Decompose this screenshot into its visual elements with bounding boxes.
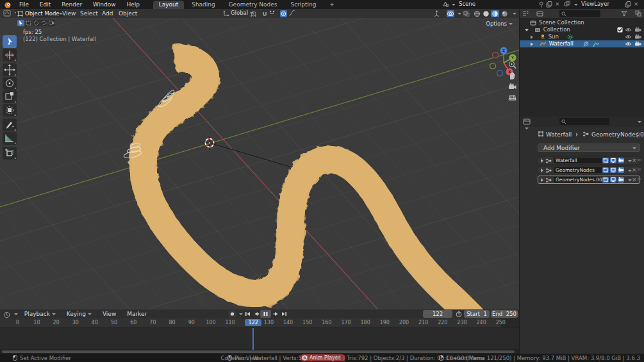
jump-to-end-button[interactable] — [281, 311, 288, 317]
scene-pin-icon[interactable] — [538, 1, 544, 8]
menu-object[interactable]: Object — [114, 9, 142, 18]
hide-eye-icon[interactable] — [625, 34, 632, 40]
jump-to-start-button[interactable] — [244, 311, 251, 317]
auto-key-record-button[interactable] — [229, 311, 236, 317]
outliner-search-input[interactable] — [559, 10, 600, 17]
timeline-editor-chevron[interactable] — [14, 313, 18, 315]
properties-search-input[interactable] — [559, 118, 609, 125]
tool-move[interactable] — [3, 63, 17, 76]
modifier-expand-arrow[interactable] — [541, 159, 543, 163]
tool-select-box[interactable] — [3, 35, 17, 48]
outliner-options-icon[interactable] — [635, 10, 641, 17]
select-lasso-button[interactable] — [40, 20, 47, 26]
add-workspace-button[interactable]: + — [324, 1, 340, 9]
modifier-drag-handle[interactable]: ≡ — [637, 157, 641, 163]
menu-keying[interactable]: Keying — [62, 309, 96, 318]
workspace-tab-shading[interactable]: Shading — [186, 1, 221, 9]
properties-options-chevron[interactable] — [638, 121, 641, 123]
menu-help[interactable]: Help — [122, 0, 144, 9]
hide-eye-icon[interactable] — [625, 27, 632, 33]
start-frame-field[interactable]: Start 1 — [464, 310, 490, 318]
modifier-name-field[interactable]: GeometryNodes.001 — [554, 177, 602, 183]
gizmo-minus-x[interactable] — [493, 53, 499, 58]
toggle-orthographic-icon[interactable] — [508, 93, 517, 103]
blender-logo-icon[interactable] — [4, 1, 12, 9]
outliner-row-collection[interactable]: Collection — [520, 26, 644, 33]
modifier-drag-handle[interactable]: ≡ — [637, 176, 641, 182]
editor-type-timeline-icon[interactable] — [3, 311, 10, 318]
shading-solid-button[interactable] — [482, 10, 490, 17]
prev-keyframe-button[interactable] — [252, 311, 260, 317]
overlays-chevron[interactable] — [458, 13, 461, 15]
timeline-tracks[interactable] — [0, 327, 519, 350]
outliner-row-scene-collection[interactable]: Scene Collection — [520, 19, 644, 26]
modifier-row-geometrynodes[interactable]: GeometryNodes×≡ — [538, 166, 640, 174]
auto-key-chevron[interactable] — [239, 313, 243, 315]
waterfall-expand-arrow[interactable] — [531, 42, 533, 46]
modifier-delete-button[interactable]: × — [632, 167, 637, 173]
select-extend-button[interactable] — [48, 20, 55, 26]
scene-icon[interactable] — [442, 1, 450, 8]
menu-edit[interactable]: Edit — [35, 0, 55, 9]
show-overlays-toggle[interactable] — [447, 10, 454, 17]
modifier-delete-button[interactable]: × — [632, 158, 637, 163]
current-frame-indicator[interactable]: 122 — [245, 319, 261, 326]
breadcrumb-object[interactable]: Waterfall — [546, 131, 572, 138]
zoom-view-icon[interactable] — [508, 60, 517, 70]
modifier-realtime-toggle[interactable] — [610, 158, 616, 163]
editor-type-3dview-icon[interactable] — [3, 10, 11, 17]
select-tweak-button[interactable] — [17, 20, 24, 26]
modifier-expand-arrow[interactable] — [541, 169, 543, 172]
tool-scale[interactable] — [3, 90, 17, 103]
collection-checkbox[interactable] — [617, 27, 623, 33]
outliner-row-waterfall-selected[interactable]: Waterfall — [520, 40, 644, 47]
menu-render[interactable]: Render — [57, 0, 87, 9]
shading-material-preview-button[interactable] — [491, 10, 499, 17]
modifier-render-toggle[interactable] — [618, 167, 624, 173]
menu-view-timeline[interactable]: View — [98, 309, 120, 318]
modifier-render-toggle[interactable] — [618, 177, 624, 183]
modifier-render-toggle[interactable] — [618, 158, 624, 163]
use-preview-range-clock-icon[interactable] — [455, 311, 463, 318]
tool-measure[interactable] — [3, 132, 17, 145]
tool-add-primitive[interactable] — [3, 147, 17, 160]
tool-annotate[interactable] — [3, 119, 17, 131]
modifier-name-field[interactable]: Waterfall — [554, 158, 602, 163]
pause-button[interactable] — [260, 310, 271, 318]
xray-toggle[interactable] — [463, 10, 470, 17]
properties-editor-type-icon[interactable] — [523, 119, 531, 131]
modifier-realtime-toggle[interactable] — [610, 167, 616, 173]
pan-view-hand-icon[interactable] — [508, 71, 517, 81]
workspace-tab-layout[interactable]: Layout — [153, 1, 185, 9]
end-frame-field[interactable]: End 250 — [491, 310, 518, 318]
modifier-row-geometrynodes-001[interactable]: GeometryNodes.001×≡ — [538, 176, 640, 184]
modifier-row-waterfall[interactable]: Waterfall×≡ — [538, 156, 640, 165]
viewlayer-name-field[interactable]: ViewLayer — [577, 1, 626, 8]
tool-rotate[interactable] — [3, 77, 17, 90]
outliner-row-sun[interactable]: Sun — [520, 33, 644, 40]
modifier-edit-mode-toggle[interactable] — [602, 177, 609, 183]
disable-render-camera-icon[interactable] — [634, 27, 641, 33]
menu-playback[interactable]: Playback — [20, 309, 60, 318]
playhead-line[interactable] — [252, 328, 254, 350]
modifier-expand-arrow[interactable] — [541, 178, 543, 182]
modifier-delete-button[interactable]: × — [632, 177, 637, 183]
add-modifier-button[interactable]: Add Modifier — [538, 144, 640, 152]
viewlayer-new-icon[interactable] — [625, 1, 631, 8]
current-frame-field[interactable]: 122 — [423, 310, 452, 318]
select-box-button[interactable] — [25, 20, 32, 26]
options-dropdown[interactable]: Options — [486, 21, 513, 27]
menu-window[interactable]: Window — [88, 0, 120, 9]
workspace-tab-geometry-nodes[interactable]: Geometry Nodes — [223, 1, 283, 9]
workspace-tab-scripting[interactable]: Scripting — [285, 1, 322, 9]
menu-marker[interactable]: Marker — [122, 309, 151, 318]
shading-rendered-button[interactable] — [500, 10, 509, 17]
viewlayer-remove-icon[interactable]: × — [634, 1, 639, 7]
gizmo-minus-z[interactable] — [497, 70, 503, 76]
scene-name-field[interactable]: Scene — [455, 1, 539, 8]
proportional-editing-toggle[interactable] — [280, 10, 287, 17]
tool-cursor[interactable] — [3, 49, 17, 62]
tool-transform[interactable] — [3, 104, 17, 117]
horizontal-scrollbar[interactable] — [2, 350, 515, 353]
collection-expand-arrow[interactable] — [525, 29, 529, 31]
